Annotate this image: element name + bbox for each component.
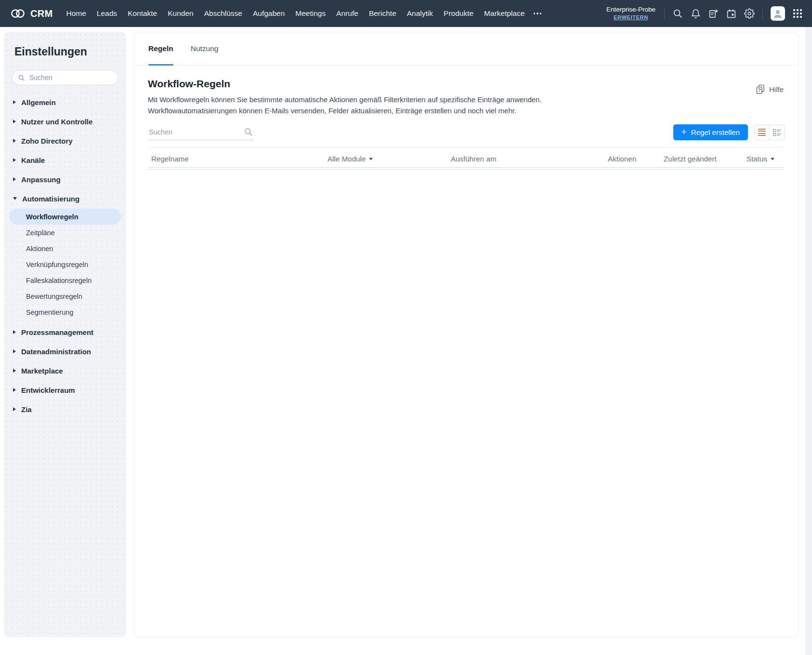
sidebar-section-zoho-directory[interactable]: Zoho Directory bbox=[4, 131, 126, 150]
sidebar-section-label: Entwicklerraum bbox=[21, 386, 75, 394]
column-header-regelname: Regelname bbox=[151, 155, 189, 163]
sidebar-section-anpassung[interactable]: Anpassung bbox=[4, 170, 126, 189]
sidebar-section-automatisierung[interactable]: Automatisierung bbox=[4, 189, 126, 208]
quick-create-icon[interactable] bbox=[708, 9, 719, 19]
sidebar-section-label: Zia bbox=[21, 405, 32, 414]
nav-item-meetings[interactable]: Meetings bbox=[295, 9, 326, 18]
crm-brand[interactable]: CRM bbox=[10, 7, 52, 20]
list-view-icon bbox=[758, 129, 766, 136]
column-header-label: Status bbox=[747, 155, 767, 163]
caret-icon bbox=[13, 197, 17, 200]
search-icon[interactable] bbox=[672, 8, 683, 19]
sidebar-section-label: Datenadministration bbox=[21, 348, 91, 356]
sidebar-section-label: Automatisierung bbox=[22, 195, 79, 203]
sidebar-section-datenadministration[interactable]: Datenadministration bbox=[4, 342, 126, 361]
navbar-right-cluster: Enterprise-Probe ERWEITERN bbox=[606, 6, 802, 21]
sidebar-item-aktionen[interactable]: Aktionen bbox=[9, 241, 121, 256]
nav-item-leads[interactable]: Leads bbox=[97, 9, 117, 18]
column-header-zuletzt-ge-ndert: Zuletzt geändert bbox=[664, 155, 717, 163]
sidebar-section-label: Allgemein bbox=[21, 98, 56, 107]
calendar-icon[interactable] bbox=[726, 9, 736, 19]
upgrade-link[interactable]: ERWEITERN bbox=[606, 14, 655, 21]
page-title: Workflow-Regeln bbox=[148, 78, 785, 90]
divider bbox=[664, 7, 665, 20]
caret-icon bbox=[13, 158, 16, 162]
apps-grid-icon[interactable] bbox=[793, 9, 802, 18]
svg-text:?: ? bbox=[758, 88, 761, 93]
help-link[interactable]: ? Hilfe bbox=[756, 84, 784, 94]
column-header-label: Zuletzt geändert bbox=[664, 155, 717, 163]
caret-icon bbox=[13, 388, 16, 392]
settings-tree: Allgemein Nutzer und Kontrolle Zoho Dire… bbox=[4, 93, 126, 419]
sidebar-item-verkn-pfungsregeln[interactable]: Verknüpfungsregeln bbox=[9, 256, 121, 272]
rules-toolbar: + Regel erstellen bbox=[148, 124, 785, 140]
column-header-label: Aktionen bbox=[608, 155, 636, 163]
caret-icon bbox=[13, 177, 16, 181]
page-description: Mit Workflowregeln können Sie bestimmte … bbox=[148, 94, 785, 116]
compact-view-button[interactable] bbox=[769, 125, 784, 140]
tab-regeln[interactable]: Regeln bbox=[148, 32, 173, 65]
caret-icon bbox=[13, 407, 16, 411]
nav-item-abschl-sse[interactable]: Abschlüsse bbox=[204, 9, 242, 18]
sidebar-section-allgemein[interactable]: Allgemein bbox=[4, 93, 126, 112]
sidebar-section-marketplace[interactable]: Marketplace bbox=[4, 361, 126, 380]
caret-icon bbox=[13, 349, 16, 353]
nav-item-home[interactable]: Home bbox=[66, 9, 86, 18]
tab-nutzung[interactable]: Nutzung bbox=[191, 32, 219, 65]
nav-item-berichte[interactable]: Berichte bbox=[369, 9, 396, 18]
sidebar-item-falleskalationsregeln[interactable]: Falleskalationsregeln bbox=[9, 272, 121, 288]
sidebar-section-zia[interactable]: Zia bbox=[4, 400, 126, 419]
sidebar-section-label: Zoho Directory bbox=[21, 137, 73, 145]
nav-item-anrufe[interactable]: Anrufe bbox=[336, 9, 358, 18]
sidebar-search-input[interactable] bbox=[28, 73, 112, 82]
rules-search[interactable] bbox=[148, 124, 254, 140]
sidebar-section-entwicklerraum[interactable]: Entwicklerraum bbox=[4, 380, 126, 400]
create-rule-button[interactable]: + Regel erstellen bbox=[673, 124, 748, 140]
caret-icon bbox=[13, 100, 16, 104]
sidebar-section-label: Anpassung bbox=[21, 175, 61, 184]
sidebar-item-zeitpl-ne[interactable]: Zeitpläne bbox=[9, 225, 121, 241]
column-header-aktionen: Aktionen bbox=[608, 155, 636, 163]
settings-gear-icon[interactable] bbox=[744, 8, 755, 19]
zoho-crm-logo-icon bbox=[10, 7, 26, 20]
help-label: Hilfe bbox=[769, 85, 784, 94]
sidebar-section-label: Marketplace bbox=[21, 367, 63, 375]
page-scrollbar[interactable] bbox=[805, 27, 812, 655]
nav-item-analytik[interactable]: Analytik bbox=[407, 9, 433, 18]
description-line: Workflowautomatisierungen können E-Mails… bbox=[148, 105, 785, 116]
sidebar-item-segmentierung[interactable]: Segmentierung bbox=[9, 304, 121, 320]
list-view-button[interactable] bbox=[755, 125, 769, 140]
sidebar-item-bewertungsregeln[interactable]: Bewertungsregeln bbox=[9, 288, 121, 304]
view-toggle bbox=[754, 125, 785, 140]
sidebar-search[interactable] bbox=[12, 70, 118, 85]
user-avatar[interactable] bbox=[771, 6, 785, 21]
nav-item-marketplace[interactable]: Marketplace bbox=[484, 9, 524, 18]
nav-item-produkte[interactable]: Produkte bbox=[444, 9, 473, 18]
help-doc-icon: ? bbox=[756, 84, 765, 94]
rules-search-input[interactable] bbox=[148, 128, 239, 136]
nav-item-kontakte[interactable]: Kontakte bbox=[128, 9, 157, 18]
sidebar-section-nutzer-und-kontrolle[interactable]: Nutzer und Kontrolle bbox=[4, 112, 126, 131]
sidebar-item-workflowregeln[interactable]: Workflowregeln bbox=[9, 209, 121, 225]
rules-table-body bbox=[148, 170, 785, 594]
nav-item-kunden[interactable]: Kunden bbox=[168, 9, 193, 18]
toolbar-right: + Regel erstellen bbox=[673, 124, 785, 140]
sidebar-section-kan-le[interactable]: Kanäle bbox=[4, 150, 126, 170]
create-rule-label: Regel erstellen bbox=[691, 128, 740, 136]
description-line: Mit Workflowregeln können Sie bestimmte … bbox=[148, 94, 785, 105]
more-modules-icon[interactable] bbox=[533, 10, 543, 17]
plan-info: Enterprise-Probe ERWEITERN bbox=[606, 6, 655, 21]
nav-item-aufgaben[interactable]: Aufgaben bbox=[253, 9, 285, 18]
column-header-status[interactable]: Status bbox=[747, 155, 774, 163]
top-navbar: CRM HomeLeadsKontakteKundenAbschlüsseAuf… bbox=[0, 0, 812, 27]
sort-caret-icon bbox=[369, 158, 373, 160]
sidebar-section-prozessmanagement[interactable]: Prozessmanagement bbox=[4, 322, 126, 342]
sidebar-subsection: WorkflowregelnZeitpläneAktionenVerknüpfu… bbox=[4, 209, 126, 320]
column-header-label: Alle Module bbox=[327, 155, 366, 163]
settings-sidebar: Einstellungen Allgemein Nutzer und Kontr… bbox=[4, 32, 126, 637]
column-header-ausf-hren-am: Ausführen am bbox=[451, 155, 497, 163]
notifications-bell-icon[interactable] bbox=[691, 9, 701, 19]
column-header-alle-module[interactable]: Alle Module bbox=[327, 155, 373, 163]
workflow-rules-panel: Regeln Nutzung ? Hilfe Workflow-Regeln M… bbox=[134, 32, 799, 637]
caret-icon bbox=[13, 139, 16, 143]
